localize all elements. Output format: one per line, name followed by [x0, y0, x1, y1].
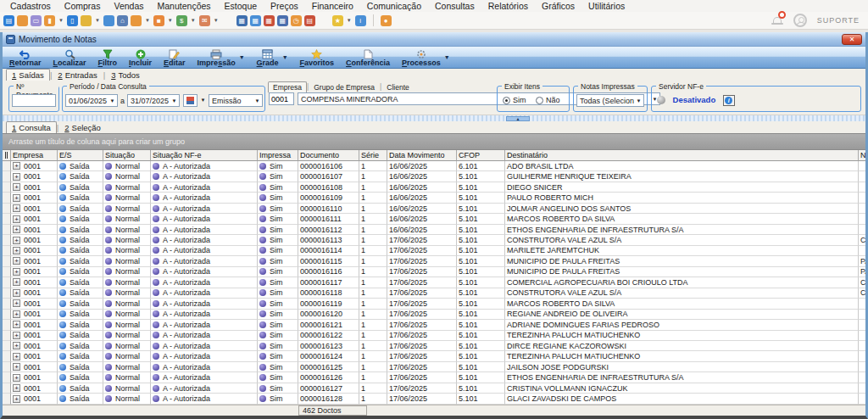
tab-sadas[interactable]: 1Saídas — [6, 69, 50, 81]
printed-notes-select[interactable]: Todas (Selecione) ▼ — [576, 94, 644, 107]
calendar-picker-icon[interactable] — [183, 94, 198, 107]
chevron-down-icon[interactable]: ▼ — [58, 18, 64, 23]
table-row[interactable]: +0001SaídaNormalA - AutorizadaSim0000016… — [3, 351, 865, 361]
chart-icon[interactable]: ▮ — [44, 15, 55, 26]
column-header-no[interactable]: No — [859, 150, 865, 161]
toolbar-button-grade[interactable]: Grade▼ — [257, 48, 288, 67]
window-titlebar[interactable]: Movimento de Notas ✕ — [3, 32, 865, 47]
expand-row-button[interactable]: + — [13, 257, 20, 265]
table-row[interactable]: +0001SaídaNormalA - AutorizadaSim0000016… — [3, 277, 865, 288]
group-by-bar[interactable]: Arraste um título de coluna aqui para cr… — [3, 133, 865, 150]
expand-row-button[interactable]: + — [13, 183, 20, 191]
expand-row-button[interactable]: + — [13, 363, 20, 371]
chevron-down-icon[interactable]: ▼ — [347, 18, 352, 23]
menu-item-relatórios[interactable]: Relatórios — [481, 1, 535, 11]
expand-row-button[interactable]: + — [13, 310, 20, 318]
panel-splitter[interactable]: ▲ — [3, 115, 865, 121]
expand-row-button[interactable]: + — [13, 289, 20, 297]
expand-row-button[interactable]: + — [13, 342, 20, 349]
support-label[interactable]: SUPORTE — [817, 16, 860, 25]
star-icon[interactable]: ★ — [332, 15, 343, 26]
toolbar-button-incluir[interactable]: Incluir — [129, 48, 152, 67]
toolbar-button-editar[interactable]: Editar — [164, 48, 186, 67]
money-icon[interactable]: $ — [176, 15, 187, 26]
column-header-selector[interactable] — [3, 150, 11, 161]
tab-seleo[interactable]: 2Seleção — [58, 121, 107, 133]
folder-icon[interactable] — [81, 15, 92, 26]
table-row[interactable]: +0001SaídaNormalA - AutorizadaSim0000016… — [3, 193, 865, 203]
expand-row-button[interactable]: + — [13, 321, 20, 328]
expand-row-button[interactable]: + — [13, 278, 20, 286]
person-icon[interactable] — [103, 15, 114, 26]
table-row[interactable]: +0001SaídaNormalA - AutorizadaSim0000016… — [3, 214, 865, 224]
report-icon[interactable]: ▤ — [304, 15, 315, 26]
calendar-dropdown-icon[interactable]: ▼ — [198, 98, 208, 103]
column-header-cfop[interactable]: CFOP — [457, 150, 505, 161]
menu-item-consultas[interactable]: Consultas — [428, 1, 481, 11]
bank-icon[interactable]: ⌂ — [117, 15, 128, 26]
menu-item-compras[interactable]: Compras — [58, 1, 108, 11]
notifications-bell-icon[interactable] — [771, 14, 783, 26]
expand-row-button[interactable]: + — [13, 173, 20, 181]
date-type-select[interactable]: Emissão ▼ — [209, 94, 263, 107]
idcard-icon[interactable]: ▭ — [31, 15, 42, 26]
column-header-impressa[interactable]: Impressa — [258, 150, 298, 161]
table-row[interactable]: +0001SaídaNormalA - AutorizadaSim0000016… — [3, 246, 865, 256]
table-row[interactable]: +0001SaídaNormalA - AutorizadaSim0000016… — [3, 372, 865, 383]
tab-todos[interactable]: 3Todos — [105, 69, 146, 81]
chevron-down-icon[interactable]: ▼ — [95, 18, 100, 23]
box-icon[interactable]: ▯ — [67, 15, 78, 26]
table-row[interactable]: +0001SaídaNormalA - AutorizadaSim0000016… — [3, 362, 865, 372]
table-row[interactable]: +0001SaídaNormalA - AutorizadaSim0000016… — [3, 161, 865, 171]
chevron-down-icon[interactable]: ▼ — [108, 98, 117, 103]
menu-item-financeiro[interactable]: Financeiro — [305, 1, 360, 11]
menu-item-vendas[interactable]: Vendas — [107, 1, 150, 11]
table-row[interactable]: +0001SaídaNormalA - AutorizadaSim0000016… — [3, 299, 865, 309]
expand-row-button[interactable]: + — [13, 162, 20, 170]
expand-row-button[interactable]: + — [13, 237, 20, 244]
toolbar-button-conferncia[interactable]: Conferência — [346, 48, 390, 67]
column-header-datamovimento[interactable]: Data Movimento — [387, 150, 457, 161]
tab-consulta[interactable]: 1Consulta — [6, 121, 57, 133]
info-square-icon[interactable]: i — [355, 15, 366, 26]
expand-row-button[interactable]: + — [13, 299, 20, 307]
expand-row-button[interactable]: + — [13, 204, 20, 212]
column-header-es[interactable]: E/S — [58, 150, 103, 161]
table-row[interactable]: +0001SaídaNormalA - AutorizadaSim0000016… — [3, 256, 865, 266]
table-row[interactable]: +0001SaídaNormalA - AutorizadaSim0000016… — [3, 171, 865, 182]
expand-row-button[interactable]: + — [13, 395, 20, 403]
expand-row-button[interactable]: + — [13, 353, 20, 360]
column-header-situao[interactable]: Situação — [103, 150, 151, 161]
toolbar-button-filtro[interactable]: Filtro — [98, 48, 118, 67]
expand-row-button[interactable]: + — [13, 226, 20, 233]
chevron-down-icon[interactable]: ▼ — [282, 54, 288, 60]
table-row[interactable]: +0001SaídaNormalA - AutorizadaSim0000016… — [3, 235, 865, 245]
table-row[interactable]: +0001SaídaNormalA - AutorizadaSim0000016… — [3, 225, 865, 235]
collapse-splitter-button[interactable]: ▲ — [506, 116, 530, 121]
expand-row-button[interactable]: + — [13, 215, 20, 223]
expand-row-button[interactable]: + — [13, 332, 20, 339]
expand-row-button[interactable]: + — [13, 374, 20, 382]
calendar-icon[interactable]: ▦ — [250, 15, 261, 26]
doc-number-input[interactable] — [12, 94, 56, 107]
package-icon[interactable]: ■ — [153, 15, 164, 26]
coin-icon[interactable]: ● — [381, 15, 392, 26]
table-row[interactable]: +0001SaídaNormalA - AutorizadaSim0000016… — [3, 267, 865, 277]
menu-item-comunicação[interactable]: Comunicação — [360, 1, 428, 11]
menu-item-gráficos[interactable]: Gráficos — [535, 1, 581, 11]
calculator-icon[interactable]: ▦ — [236, 15, 248, 26]
expand-row-button[interactable]: + — [13, 384, 20, 392]
document-icon[interactable]: ▤ — [3, 15, 14, 26]
chevron-down-icon[interactable]: ▼ — [239, 54, 245, 60]
filter-tab-empresa[interactable]: Empresa — [268, 81, 307, 92]
menu-item-manutenções[interactable]: Manutenções — [151, 1, 218, 11]
table-blue-icon[interactable]: ▦ — [277, 15, 288, 26]
chevron-down-icon[interactable]: ▼ — [253, 98, 262, 103]
users-icon[interactable] — [17, 15, 28, 26]
table-red-icon[interactable]: ▦ — [264, 15, 275, 26]
mail-icon[interactable]: ✉ — [199, 15, 210, 26]
menu-item-utilitários[interactable]: Utilitários — [581, 1, 632, 11]
expand-row-button[interactable]: + — [13, 268, 20, 276]
toolbar-button-retornar[interactable]: Retornar — [9, 48, 42, 67]
menu-item-preços[interactable]: Preços — [264, 1, 305, 11]
